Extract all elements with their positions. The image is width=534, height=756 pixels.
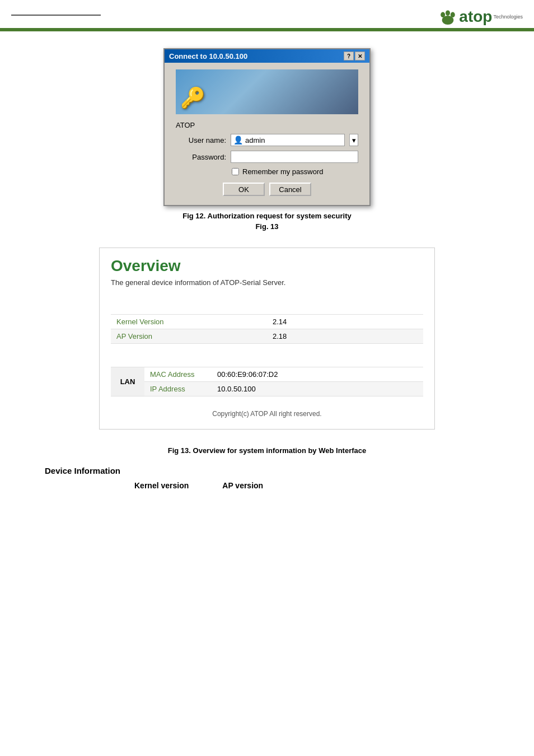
- dialog-section: Connect to 10.0.50.100 ? ✕ 🔑 ATOP User n…: [22, 48, 512, 231]
- dialog-banner: 🔑: [176, 69, 358, 114]
- dialog-titlebar: Connect to 10.0.50.100 ? ✕: [165, 49, 369, 63]
- device-info-section: Device Information Kernel version AP ver…: [22, 466, 512, 490]
- dialog-body: 🔑 ATOP User name: 👤 ▾ Password:: [165, 63, 369, 205]
- network-info-table: Network Information LAN MAC Address 00:6…: [111, 353, 423, 396]
- network-info-row: LAN MAC Address 00:60:E9:06:07:D2: [111, 367, 423, 382]
- overview-title: Overview: [111, 257, 423, 275]
- username-row: User name: 👤 ▾: [176, 134, 358, 146]
- device-info-value: 2.18: [267, 329, 423, 344]
- device-info-label: Kernel Version: [111, 315, 267, 329]
- key-icon: 🔑: [180, 86, 205, 110]
- cancel-button[interactable]: Cancel: [269, 183, 311, 196]
- ok-button[interactable]: OK: [223, 183, 265, 196]
- dialog-org-label: ATOP: [176, 121, 358, 129]
- device-info-row: Kernel Version 2.14: [111, 315, 423, 329]
- password-row: Password:: [176, 151, 358, 163]
- device-info-section-title: Device Information: [45, 466, 512, 475]
- ap-version-col: AP version: [222, 481, 263, 490]
- svg-point-1: [441, 12, 446, 18]
- device-info-label: AP Version: [111, 329, 267, 344]
- remember-checkbox[interactable]: [232, 168, 239, 175]
- username-label: User name:: [176, 136, 226, 144]
- page-header: atop Technologies: [0, 0, 534, 30]
- network-sub-value: 00:60:E9:06:07:D2: [212, 367, 423, 382]
- dialog-help-button[interactable]: ?: [344, 52, 354, 60]
- network-sub-label: MAC Address: [144, 367, 212, 382]
- logo-brand-text: atop: [459, 8, 492, 25]
- network-sub-value: 10.0.50.100: [212, 382, 423, 396]
- header-line: [11, 15, 101, 16]
- copyright-text: Copyright(c) ATOP All right reserved.: [111, 405, 423, 420]
- dialog-title: Connect to 10.0.50.100: [169, 52, 247, 60]
- overview-header: Overview The general device information …: [100, 248, 434, 291]
- connect-dialog: Connect to 10.0.50.100 ? ✕ 🔑 ATOP User n…: [163, 48, 371, 206]
- fig13-caption: Fig 13. Overview for system information …: [22, 446, 512, 455]
- logo-icon: [437, 6, 459, 28]
- network-sub-label: IP Address: [144, 382, 212, 396]
- svg-point-2: [446, 10, 450, 16]
- device-info-row: AP Version 2.18: [111, 329, 423, 344]
- remember-row: Remember my password: [232, 167, 358, 176]
- logo-sub-text: Technologies: [493, 14, 523, 20]
- remember-label: Remember my password: [242, 167, 324, 176]
- dialog-buttons: OK Cancel: [176, 183, 358, 196]
- overview-panel: Overview The general device information …: [99, 248, 435, 430]
- device-info-header: Device Information: [111, 300, 423, 315]
- kernel-version-col: Kernel version: [134, 481, 189, 490]
- device-info-value: 2.14: [267, 315, 423, 329]
- device-info-columns: Kernel version AP version: [134, 481, 512, 490]
- network-info-row: IP Address 10.0.50.100: [111, 382, 423, 396]
- password-input[interactable]: [231, 151, 358, 163]
- user-icon: 👤: [233, 136, 243, 144]
- svg-point-3: [451, 12, 455, 18]
- dialog-titlebar-buttons: ? ✕: [344, 52, 365, 60]
- overview-body: Device Information Kernel Version 2.14 A…: [100, 291, 434, 429]
- fig12-caption: Fig 12. Authorization request for system…: [182, 212, 351, 220]
- header-left: [11, 15, 101, 19]
- logo-area: atop Technologies: [437, 6, 523, 28]
- username-input[interactable]: [245, 136, 342, 144]
- overview-desc: The general device information of ATOP-S…: [111, 278, 423, 287]
- fig13-label: Fig. 13: [255, 222, 278, 231]
- username-dropdown[interactable]: ▾: [349, 134, 358, 146]
- logo-text-group: atop: [459, 8, 492, 26]
- password-label: Password:: [176, 153, 226, 161]
- network-info-header: Network Information: [111, 353, 423, 367]
- device-info-table: Device Information Kernel Version 2.14 A…: [111, 300, 423, 344]
- main-content: Connect to 10.0.50.100 ? ✕ 🔑 ATOP User n…: [0, 31, 534, 501]
- username-input-wrap[interactable]: 👤: [231, 134, 345, 146]
- dialog-close-button[interactable]: ✕: [355, 52, 365, 60]
- network-group-label: LAN: [111, 367, 144, 396]
